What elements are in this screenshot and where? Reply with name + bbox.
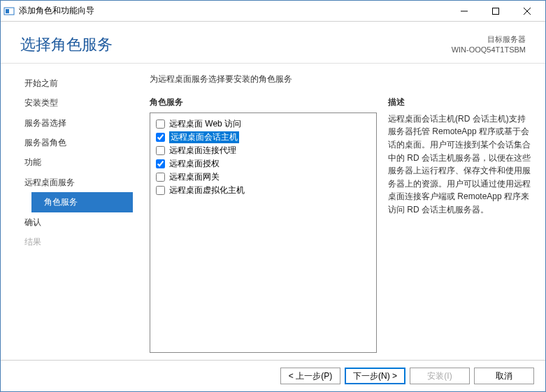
- service-item-web-access[interactable]: 远程桌面 Web 访问: [153, 117, 373, 131]
- description-column: 描述 远程桌面会话主机(RD 会话主机)支持服务器托管 RemoteApp 程序…: [388, 96, 538, 353]
- description-text: 远程桌面会话主机(RD 会话主机)支持服务器托管 RemoteApp 程序或基于…: [388, 112, 531, 217]
- wizard-window: 添加角色和功能向导 选择角色服务 目标服务器 WIN-OOQ54T1TSBM 开…: [0, 0, 546, 392]
- sidebar-item-server-select[interactable]: 服务器选择: [22, 113, 137, 133]
- sidebar-item-confirm[interactable]: 确认: [22, 212, 137, 232]
- sidebar-item-install-type[interactable]: 安装类型: [22, 93, 137, 112]
- app-icon: [3, 6, 15, 17]
- service-item-connection-broker[interactable]: 远程桌面连接代理: [153, 144, 373, 157]
- service-item-gateway[interactable]: 远程桌面网关: [153, 170, 373, 184]
- cancel-button[interactable]: 取消: [474, 368, 534, 384]
- next-button[interactable]: 下一步(N) >: [345, 368, 405, 384]
- sidebar-item-before-begin[interactable]: 开始之前: [22, 73, 137, 93]
- sidebar-item-role-services[interactable]: 角色服务: [31, 192, 133, 212]
- sidebar-item-server-roles[interactable]: 服务器角色: [22, 133, 137, 152]
- sidebar-item-remote-desktop[interactable]: 远程桌面服务: [22, 173, 137, 192]
- services-listbox[interactable]: 远程桌面 Web 访问 远程桌面会话主机 远程桌面连接代理 远程桌面授: [150, 112, 377, 353]
- titlebar: 添加角色和功能向导: [1, 1, 545, 22]
- service-item-licensing[interactable]: 远程桌面授权: [153, 157, 373, 170]
- service-checkbox[interactable]: [156, 173, 165, 182]
- description-label: 描述: [388, 96, 531, 108]
- sidebar: 开始之前 安装类型 服务器选择 服务器角色 功能 远程桌面服务 角色服务 确认 …: [1, 64, 137, 360]
- install-button: 安装(I): [410, 368, 470, 384]
- service-item-session-host[interactable]: 远程桌面会话主机: [153, 131, 373, 144]
- service-checkbox[interactable]: [156, 133, 165, 142]
- maximize-button[interactable]: [480, 1, 511, 21]
- service-checkbox[interactable]: [156, 146, 165, 155]
- service-checkbox[interactable]: [156, 119, 165, 129]
- service-item-virtualization-host[interactable]: 远程桌面虚拟化主机: [153, 184, 373, 197]
- instruction-text: 为远程桌面服务选择要安装的角色服务: [150, 73, 538, 85]
- service-label: 远程桌面 Web 访问: [169, 118, 241, 130]
- window-title: 添加角色和功能向导: [19, 5, 448, 17]
- service-label: 远程桌面网关: [169, 171, 220, 183]
- services-label: 角色服务: [150, 96, 377, 108]
- service-label: 远程桌面连接代理: [169, 145, 236, 157]
- service-label: 远程桌面虚拟化主机: [169, 184, 245, 196]
- service-label: 远程桌面会话主机: [169, 131, 239, 143]
- server-label: 目标服务器: [452, 34, 526, 45]
- header: 选择角色服务 目标服务器 WIN-OOQ54T1TSBM: [1, 22, 545, 64]
- server-name: WIN-OOQ54T1TSBM: [452, 45, 526, 55]
- service-label: 远程桌面授权: [169, 158, 220, 170]
- svg-rect-1: [6, 9, 9, 13]
- service-checkbox[interactable]: [156, 159, 165, 168]
- sidebar-item-features[interactable]: 功能: [22, 152, 137, 172]
- target-server-info: 目标服务器 WIN-OOQ54T1TSBM: [452, 34, 526, 56]
- content-row: 角色服务 远程桌面 Web 访问 远程桌面会话主机 远程桌面连接代理: [150, 96, 538, 353]
- minimize-button[interactable]: [448, 1, 480, 21]
- service-checkbox[interactable]: [156, 186, 165, 195]
- body: 开始之前 安装类型 服务器选择 服务器角色 功能 远程桌面服务 角色服务 确认 …: [1, 64, 545, 360]
- footer: < 上一步(P) 下一步(N) > 安装(I) 取消: [1, 360, 545, 391]
- services-column: 角色服务 远程桌面 Web 访问 远程桌面会话主机 远程桌面连接代理: [150, 96, 377, 353]
- page-title: 选择角色服务: [20, 34, 113, 55]
- window-controls: [448, 1, 543, 21]
- close-button[interactable]: [511, 1, 543, 21]
- previous-button[interactable]: < 上一步(P): [280, 368, 340, 384]
- sidebar-item-results: 结果: [22, 232, 137, 252]
- svg-rect-3: [492, 8, 498, 14]
- main-content: 为远程桌面服务选择要安装的角色服务 角色服务 远程桌面 Web 访问 远程桌面会…: [137, 64, 545, 360]
